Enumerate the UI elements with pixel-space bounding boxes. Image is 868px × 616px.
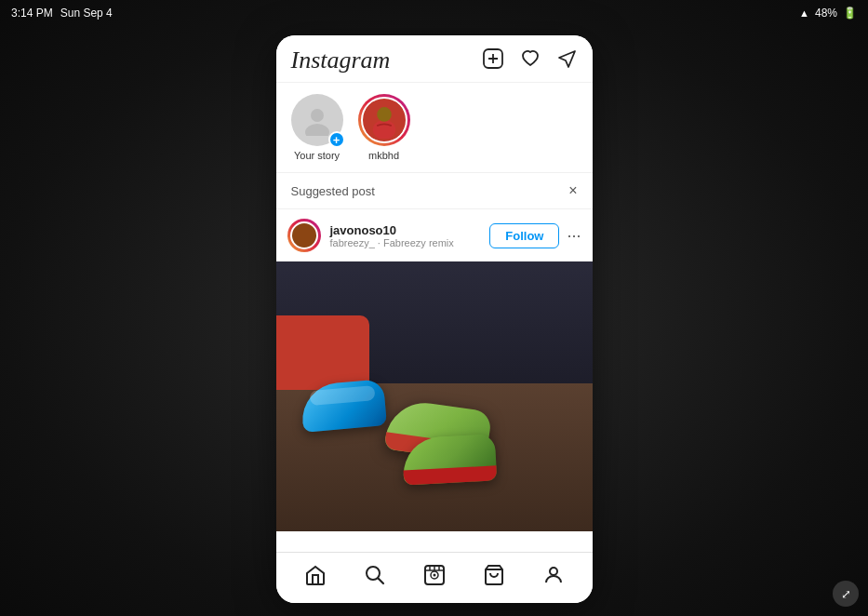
heart-icon[interactable]	[520, 48, 541, 74]
story-item-mkbhd[interactable]: mkbhd	[358, 94, 410, 161]
svg-point-6	[372, 120, 394, 139]
post-user-info: javonoso10 fabreezy_ · Fabreezy remix	[330, 223, 481, 248]
battery-percent: 48%	[815, 7, 837, 20]
status-bar: 3:14 PM Sun Sep 4 ▲ 48% 🔋	[0, 0, 868, 26]
svg-point-4	[305, 124, 329, 136]
post-header: javonoso10 fabreezy_ · Fabreezy remix Fo…	[276, 209, 593, 261]
nav-reels[interactable]	[405, 553, 464, 603]
status-time: 3:14 PM	[11, 7, 53, 20]
instagram-logo: Instagram	[291, 47, 391, 74]
add-icon[interactable]	[483, 48, 503, 74]
your-story-label: Your story	[294, 150, 340, 161]
reels-icon	[423, 564, 446, 592]
nav-profile[interactable]	[524, 553, 583, 603]
svg-point-18	[550, 568, 557, 575]
more-options-button[interactable]: ···	[567, 227, 581, 244]
shop-icon	[483, 564, 505, 592]
post-avatar	[290, 221, 318, 249]
your-story-avatar: +	[291, 94, 343, 146]
header-icons	[483, 48, 578, 74]
status-left: 3:14 PM Sun Sep 4	[11, 7, 113, 20]
status-right: ▲ 48% 🔋	[799, 7, 857, 20]
mkbhd-story-ring	[358, 94, 410, 146]
red-couch	[276, 315, 369, 390]
svg-point-3	[311, 109, 324, 122]
add-story-badge: +	[328, 131, 345, 148]
instagram-header: Instagram	[276, 35, 593, 83]
nav-shop[interactable]	[464, 553, 524, 603]
stories-section: + Your story	[276, 83, 593, 173]
status-date: Sun Sep 4	[60, 7, 113, 20]
close-suggested-button[interactable]: ×	[568, 182, 577, 199]
home-icon	[304, 564, 327, 592]
send-icon[interactable]	[557, 48, 578, 74]
post-subtitle: fabreezy_ · Fabreezy remix	[330, 237, 481, 248]
svg-line-9	[378, 579, 383, 584]
nav-home[interactable]	[286, 553, 345, 603]
suggested-post-text: Suggested post	[291, 184, 375, 198]
bottom-nav	[276, 552, 593, 603]
resize-icon: ⤢	[841, 587, 851, 601]
post-username: javonoso10	[330, 223, 481, 237]
phone-container: Instagram	[276, 35, 593, 603]
story-item-your[interactable]: + Your story	[291, 94, 343, 161]
profile-icon	[542, 564, 565, 592]
post-actions: Follow ···	[489, 223, 581, 248]
post-avatar-ring	[287, 219, 321, 252]
wifi-icon: ▲	[799, 7, 809, 19]
svg-point-12	[433, 574, 435, 577]
suggested-post-banner: Suggested post ×	[276, 173, 593, 209]
nav-search[interactable]	[345, 553, 405, 603]
post-image	[276, 261, 593, 531]
mkbhd-avatar	[361, 97, 407, 143]
battery-icon: 🔋	[843, 7, 857, 20]
search-icon	[364, 564, 386, 592]
follow-button[interactable]: Follow	[489, 223, 559, 248]
svg-point-7	[377, 107, 392, 122]
resize-handle[interactable]: ⤢	[833, 581, 859, 607]
post-image-content	[276, 261, 593, 531]
mkbhd-label: mkbhd	[368, 150, 399, 161]
